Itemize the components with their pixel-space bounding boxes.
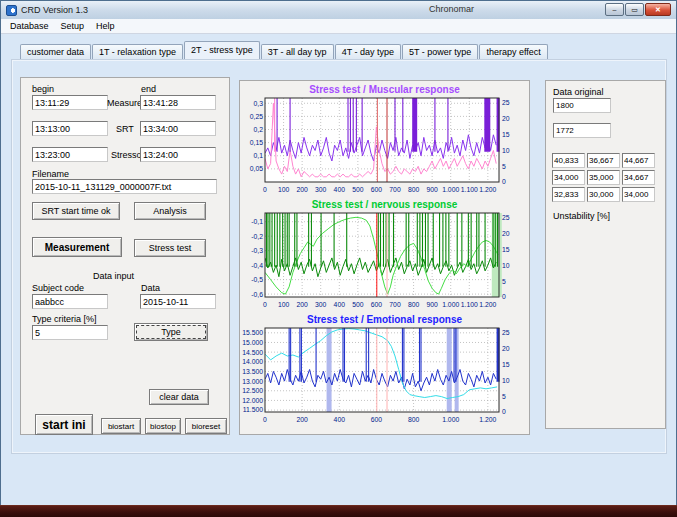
tab-customer-data[interactable]: customer data — [20, 44, 91, 59]
title-bar[interactable]: CRD Version 1.3 Chronomar – ▭ ✕ — [1, 1, 676, 20]
tab-page-stress-type: begin end Measurement SRT Stressor Filen… — [11, 59, 667, 454]
svg-text:-0,2: -0,2 — [251, 233, 263, 240]
data-original-value1-input[interactable] — [553, 98, 611, 113]
window-title: CRD Version 1.3 — [21, 5, 88, 15]
close-icon[interactable]: ✕ — [645, 3, 671, 16]
svg-text:700: 700 — [389, 186, 401, 193]
bioreset-button[interactable]: bioreset — [185, 418, 227, 434]
grid-value-r2c1[interactable] — [552, 170, 585, 185]
maximize-icon[interactable]: ▭ — [625, 3, 644, 16]
biostop-button[interactable]: biostop — [145, 418, 181, 434]
srt-start-time-ok-button[interactable]: SRT start time ok — [32, 202, 120, 220]
svg-text:25: 25 — [502, 329, 510, 336]
svg-text:0,05: 0,05 — [250, 165, 263, 172]
svg-text:100: 100 — [278, 301, 290, 308]
svg-text:900: 900 — [426, 186, 438, 193]
svg-text:0: 0 — [263, 301, 267, 308]
svg-text:1.100: 1.100 — [461, 186, 478, 193]
measurement-button[interactable]: Measurement — [32, 237, 122, 257]
stressor-end-input[interactable] — [140, 147, 216, 162]
svg-text:-0,4: -0,4 — [251, 262, 263, 269]
menu-bar: Database Setup Help — [1, 19, 676, 34]
start-ini-button[interactable]: start ini — [35, 414, 93, 435]
srt-end-input[interactable] — [140, 121, 216, 136]
menu-setup[interactable]: Setup — [57, 20, 93, 32]
svg-text:25: 25 — [502, 99, 510, 106]
tab-2t-stress-type[interactable]: 2T - stress type — [184, 41, 260, 59]
minimize-icon[interactable]: – — [605, 3, 624, 16]
svg-text:1.200: 1.200 — [479, 186, 496, 193]
tab-4t-day-type[interactable]: 4T - day type — [335, 44, 401, 59]
overlay-window-title: Chronomar — [429, 4, 474, 14]
measurement-panel: begin end Measurement SRT Stressor Filen… — [20, 77, 230, 435]
grid-value-r3c2[interactable] — [587, 187, 620, 202]
data-input-label: Data input — [93, 271, 134, 281]
type-criteria-label: Type criteria [%] — [32, 314, 97, 324]
filename-input[interactable] — [32, 179, 217, 194]
end-label: end — [141, 84, 156, 94]
chart-nervous-response: -0,1-0,2-0,3-0,4-0,5-0,62520151050010020… — [241, 211, 529, 313]
svg-text:400: 400 — [334, 186, 346, 193]
svg-text:500: 500 — [352, 186, 364, 193]
menu-help[interactable]: Help — [92, 20, 123, 32]
tab-1t-relaxation-type[interactable]: 1T - relaxation type — [92, 44, 183, 59]
client-area: customer data 1T - relaxation type 2T - … — [3, 34, 674, 503]
grid-value-r1c2[interactable] — [587, 153, 620, 168]
grid-value-r3c1[interactable] — [552, 187, 585, 202]
svg-text:600: 600 — [371, 186, 383, 193]
biostart-button[interactable]: biostart — [101, 418, 141, 434]
tab-5t-power-type[interactable]: 5T - power type — [402, 44, 478, 59]
svg-text:1.000: 1.000 — [442, 416, 459, 423]
clear-data-button[interactable]: clear data — [149, 389, 209, 405]
srt-begin-input[interactable] — [32, 121, 108, 136]
analysis-button[interactable]: Analysis — [134, 202, 206, 220]
svg-text:200: 200 — [296, 416, 308, 423]
svg-text:700: 700 — [389, 301, 401, 308]
unstability-label: Unstability [%] — [553, 211, 610, 221]
grid-value-r1c1[interactable] — [552, 153, 585, 168]
svg-text:11.500: 11.500 — [243, 406, 264, 413]
svg-text:25: 25 — [502, 214, 510, 221]
stressor-begin-input[interactable] — [32, 147, 108, 162]
svg-text:1.100: 1.100 — [461, 301, 478, 308]
tab-therapy-effect[interactable]: therapy effect — [479, 44, 547, 59]
data-label: Data — [141, 283, 160, 293]
svg-text:0,15: 0,15 — [250, 139, 263, 146]
svg-text:15: 15 — [502, 246, 510, 253]
svg-text:15: 15 — [502, 361, 510, 368]
type-button[interactable]: Type — [134, 323, 208, 341]
svg-text:300: 300 — [315, 301, 327, 308]
svg-text:0: 0 — [263, 416, 267, 423]
svg-text:0: 0 — [502, 178, 506, 185]
menu-database[interactable]: Database — [6, 20, 57, 32]
svg-text:15: 15 — [502, 131, 510, 138]
svg-text:-0,3: -0,3 — [251, 247, 263, 254]
data-original-value2-input[interactable] — [553, 123, 611, 138]
grid-value-r2c3[interactable] — [622, 170, 655, 185]
svg-text:20: 20 — [502, 230, 510, 237]
svg-text:5: 5 — [502, 393, 506, 400]
svg-text:-0,5: -0,5 — [251, 276, 263, 283]
grid-value-r1c3[interactable] — [622, 153, 655, 168]
measurement-end-input[interactable] — [140, 95, 216, 110]
svg-text:10: 10 — [502, 377, 510, 384]
svg-text:1.200: 1.200 — [479, 416, 496, 423]
svg-text:1.200: 1.200 — [479, 301, 496, 308]
subject-code-input[interactable] — [32, 294, 108, 309]
grid-value-r3c3[interactable] — [622, 187, 655, 202]
data-input[interactable] — [140, 294, 216, 309]
svg-text:400: 400 — [334, 416, 346, 423]
measurement-begin-input[interactable] — [32, 95, 108, 110]
srt-label: SRT — [116, 124, 134, 134]
type-criteria-input[interactable] — [32, 325, 108, 340]
svg-text:0,2: 0,2 — [254, 126, 264, 133]
chart-title-emotional: Stress test / Emotional response — [240, 314, 529, 325]
tab-3t-all-day-typ[interactable]: 3T - all day typ — [261, 44, 334, 59]
desktop-taskbar[interactable] — [0, 505, 677, 517]
stress-test-button[interactable]: Stress test — [134, 239, 206, 257]
svg-text:200: 200 — [296, 186, 308, 193]
svg-text:-0,1: -0,1 — [251, 218, 263, 225]
grid-value-r2c2[interactable] — [587, 170, 620, 185]
svg-text:600: 600 — [371, 416, 383, 423]
svg-text:300: 300 — [315, 186, 327, 193]
